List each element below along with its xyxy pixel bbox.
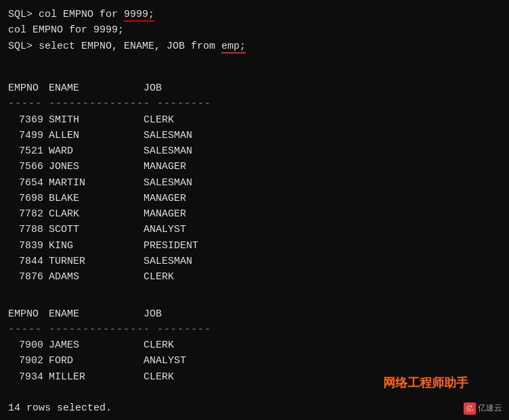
table-row: 7839KINGPRESIDENT (8, 238, 501, 254)
table-row: 7782CLARKMANAGER (8, 206, 501, 222)
table-row: 7844TURNERSALESMAN (8, 254, 501, 269)
spacer-1 (8, 60, 501, 75)
watermark-text: 网络工程师助手 (383, 374, 468, 393)
table-row: 7369SMITHCLERK (8, 112, 501, 128)
divider-1: ----- --------------- -------- (8, 96, 501, 112)
table-row: 7698BLAKEMANAGER (8, 191, 501, 206)
divider-2: ----- --------------- -------- (8, 322, 501, 337)
cmd-underline-2: emp; (221, 41, 246, 53)
spacer-2 (8, 285, 501, 300)
sql-prompt-2: SQL> (8, 41, 32, 52)
table-header-1: EMPNOENAMEJOB (8, 80, 501, 96)
terminal-window: SQL> col EMPNO for 9999; col EMPNO for 9… (0, 0, 509, 420)
command-line-2: SQL> select EMPNO, ENAME, JOB from emp; (8, 39, 501, 54)
col-ename-label-2: ENAME (43, 306, 137, 322)
brand-tag: 亿亿速云 (464, 402, 502, 415)
table-row: 7900JAMESCLERK (8, 337, 501, 353)
table-row: 7499ALLENSALESMAN (8, 128, 501, 143)
table-header-2: EMPNOENAMEJOB (8, 306, 501, 322)
echo-line: col EMPNO for 9999; (8, 22, 501, 38)
brand-logo: 亿 (464, 402, 476, 415)
table-row: 7654MARTINSALESMAN (8, 175, 501, 191)
cmd-underline-1: 9999; (124, 9, 154, 22)
col-ename-label-1: ENAME (43, 80, 137, 96)
table-row: 7566JONESMANAGER (8, 159, 501, 174)
col-job-label-1: JOB (137, 80, 231, 96)
brand-name: 亿速云 (478, 403, 502, 413)
command-line-1: SQL> col EMPNO for 9999; (8, 7, 501, 22)
table-row: 7521WARDSALESMAN (8, 143, 501, 159)
table-row: 7788SCOTTANALYST (8, 222, 501, 237)
col-job-label-2: JOB (137, 306, 231, 322)
table-row: 7876ADAMSCLERK (8, 269, 501, 285)
col-empno-label-1: EMPNO (8, 80, 43, 96)
table-row: 7902FORDANALYST (8, 353, 501, 369)
col-empno-label-2: EMPNO (8, 306, 43, 322)
footer-text: 14 rows selected. (8, 400, 501, 416)
sql-prompt-1: SQL> (8, 9, 32, 20)
